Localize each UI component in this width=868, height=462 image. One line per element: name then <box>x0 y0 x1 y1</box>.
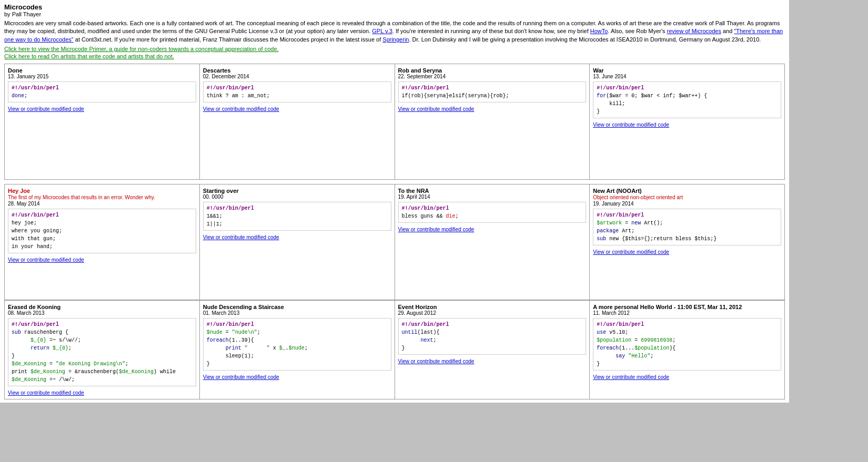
card-war-title: War <box>593 67 781 74</box>
card-descartes-date: 02. December 2014 <box>203 74 391 79</box>
card-nra-view-link[interactable]: View or contribute modified code <box>398 227 475 232</box>
card-new-art-title: New Art (NOOArt) <box>593 188 781 194</box>
site-title: Microcodes <box>4 3 785 11</box>
card-starting-over: Starting over 00. 0000 #!/usr/bin/perl 1… <box>200 184 395 300</box>
intro-paragraph: Microcodes are very small code-based art… <box>4 19 785 44</box>
card-rob-seryna-title: Rob and Seryna <box>398 67 587 74</box>
card-starting-over-view-link[interactable]: View or contribute modified code <box>203 234 279 240</box>
card-event-code: #!/usr/bin/perl until(last){ next; } <box>398 318 587 355</box>
card-descartes-title: Descartes <box>203 67 391 74</box>
card-event-date: 29. August 2012 <box>398 310 587 316</box>
row2-grid: Hey Joe The first of my Microcodes that … <box>4 184 785 300</box>
card-nude-view-link[interactable]: View or contribute modified code <box>203 374 279 380</box>
card-erased-de-kooning: Erased de Kooning 08. March 2013 #!/usr/… <box>5 301 200 399</box>
card-hello-title: A more personal Hello World - 11:00 EST,… <box>593 304 781 310</box>
card-erased-title: Erased de Kooning <box>8 304 196 310</box>
card-war-date: 13. June 2014 <box>593 74 781 79</box>
springerin-link[interactable]: Springerin <box>382 36 409 43</box>
card-rob-seryna-view-link[interactable]: View or contribute modified code <box>398 106 475 112</box>
card-descartes-view-link[interactable]: View or contribute modified code <box>203 106 279 112</box>
card-done-date: 13. January 2015 <box>8 74 196 79</box>
card-hello-code: #!/usr/bin/perl use v5.10; $population =… <box>593 318 781 371</box>
card-starting-over-code: #!/usr/bin/perl 1&&1; 1||1; <box>203 202 391 231</box>
card-nra: To the NRA 19. April 2014 #!/usr/bin/per… <box>395 184 590 300</box>
card-done: Done 13. January 2015 #!/usr/bin/perl do… <box>5 64 200 180</box>
card-erased-code: #!/usr/bin/perl sub rauschenberg { $_{0}… <box>8 318 196 386</box>
card-hey-joe-code: #!/usr/bin/perl hey joe; where you going… <box>8 209 196 253</box>
card-descartes: Descartes 02. December 2014 #!/usr/bin/p… <box>200 64 395 180</box>
card-new-art: New Art (NOOArt) Object oriented non-obj… <box>590 184 785 300</box>
card-done-code: #!/usr/bin/perl done; <box>8 81 196 102</box>
card-event-view-link[interactable]: View or contribute modified code <box>398 358 475 364</box>
review-link[interactable]: review of Microcodes <box>667 28 721 34</box>
card-rob-seryna-date: 22. September 2014 <box>398 74 587 79</box>
card-new-art-view-link[interactable]: View or contribute modified code <box>593 249 669 255</box>
gpl-link[interactable]: GPL v.3 <box>372 28 392 34</box>
card-nra-title: To the NRA <box>398 188 587 194</box>
card-done-view-link[interactable]: View or contribute modified code <box>8 106 84 112</box>
card-nude-code: #!/usr/bin/perl $nude = "nude\n"; foreac… <box>203 318 391 371</box>
card-event-title: Event Horizon <box>398 304 587 310</box>
card-new-art-code: #!/usr/bin/perl $artwork = new Art(); pa… <box>593 209 781 245</box>
card-done-title: Done <box>8 67 196 74</box>
card-hey-joe-date: 28. May 2014 <box>8 201 196 207</box>
primer-link[interactable]: Click here to view the Microcode Primer,… <box>4 46 785 52</box>
card-event-horizon: Event Horizon 29. August 2012 #!/usr/bin… <box>395 301 590 399</box>
artists-link[interactable]: Click here to read On artists that write… <box>4 53 785 59</box>
card-erased-date: 08. March 2013 <box>8 310 196 316</box>
card-rob-seryna: Rob and Seryna 22. September 2014 #!/usr… <box>395 64 590 180</box>
card-war: War 13. June 2014 #!/usr/bin/perl for($w… <box>590 64 785 180</box>
card-war-view-link[interactable]: View or contribute modified code <box>593 122 669 128</box>
card-new-art-subtitle: Object oriented non-object oriented art <box>593 194 781 200</box>
card-nude-title: Nude Descending a Staircase <box>203 304 391 310</box>
card-hello-view-link[interactable]: View or contribute modified code <box>593 374 669 380</box>
card-hey-joe-subtitle: The first of my Microcodes that results … <box>8 194 196 200</box>
site-author: by Pall Thayer <box>4 11 785 17</box>
card-rob-seryna-code: #!/usr/bin/perl if(rob){seryna}elsif(ser… <box>398 81 587 102</box>
row3-grid: Erased de Kooning 08. March 2013 #!/usr/… <box>4 300 785 399</box>
row1-grid: Done 13. January 2015 #!/usr/bin/perl do… <box>4 64 785 180</box>
card-hello-world: A more personal Hello World - 11:00 EST,… <box>590 301 785 399</box>
card-hello-date: 11. March 2012 <box>593 310 781 316</box>
card-nude-descending: Nude Descending a Staircase 01. March 20… <box>200 301 395 399</box>
howto-link[interactable]: HowTo <box>590 28 608 34</box>
card-hey-joe-view-link[interactable]: View or contribute modified code <box>8 257 84 263</box>
card-descartes-code: #!/usr/bin/perl think ? am : am_not; <box>203 81 391 102</box>
card-starting-over-title: Starting over <box>203 188 391 194</box>
card-nra-code: #!/usr/bin/perl bless guns && die; <box>398 202 587 223</box>
card-new-art-date: 19. January 2014 <box>593 201 781 207</box>
card-hey-joe: Hey Joe The first of my Microcodes that … <box>5 184 200 300</box>
card-starting-over-date: 00. 0000 <box>203 194 391 200</box>
card-war-code: #!/usr/bin/perl for($war = 0; $war < inf… <box>593 81 781 118</box>
card-hey-joe-title: Hey Joe <box>8 188 196 194</box>
card-nude-date: 01. March 2013 <box>203 310 391 316</box>
card-nra-date: 19. April 2014 <box>398 194 587 200</box>
card-erased-view-link[interactable]: View or contribute modified code <box>8 390 84 396</box>
